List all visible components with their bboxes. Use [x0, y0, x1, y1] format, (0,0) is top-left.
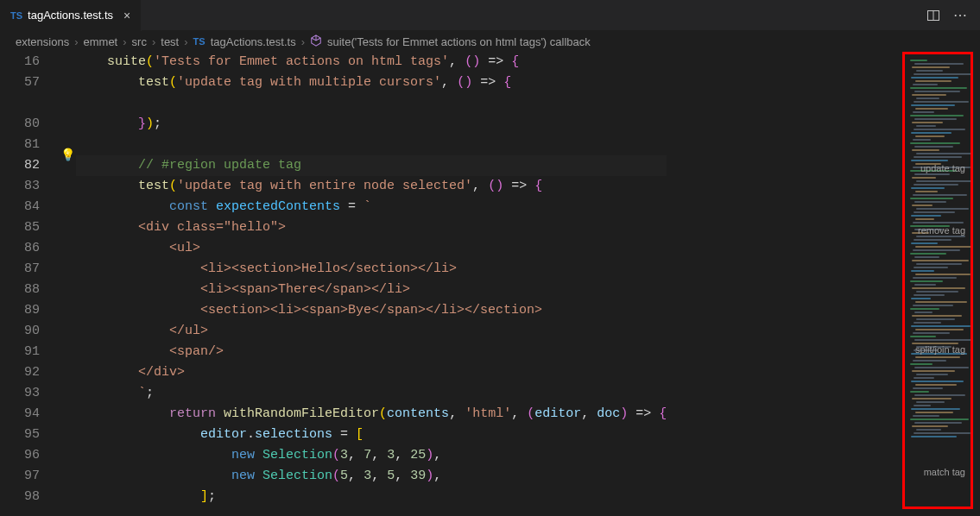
code-line[interactable]: new Selection(5, 3, 5, 39),	[76, 466, 667, 487]
breadcrumb-item[interactable]: test	[161, 35, 179, 48]
chevron-right-icon: ›	[123, 35, 126, 48]
line-number: 16	[0, 52, 40, 72]
code-line[interactable]: <li><span>There</span></li>	[76, 280, 667, 300]
minimap[interactable]: update tagremove tagsplit/join tagmatch …	[902, 52, 973, 509]
chevron-right-icon: ›	[74, 35, 78, 48]
breadcrumb-item[interactable]: src	[132, 35, 147, 48]
close-icon[interactable]: ×	[123, 9, 130, 22]
code-line[interactable]: return withRandomFileEditor(contents, 'h…	[76, 404, 667, 425]
typescript-icon: TS	[10, 10, 22, 21]
line-number-gutter: 1657808182838485868788899091929394959697…	[0, 52, 55, 507]
more-actions-icon[interactable]: ⋯	[954, 9, 968, 22]
split-editor-icon[interactable]	[926, 9, 940, 22]
line-number: 86	[0, 238, 40, 259]
code-line[interactable]: <li><section>Hello</section></li>	[76, 259, 667, 280]
symbol-icon	[310, 35, 322, 49]
breadcrumb-file[interactable]: tagActions.test.ts	[211, 35, 296, 48]
code-line[interactable]: test('update tag with entire node select…	[76, 176, 667, 197]
line-number: 84	[0, 197, 40, 217]
breadcrumb-symbol[interactable]: suite('Tests for Emmet actions on html t…	[327, 35, 591, 48]
line-number: 93	[0, 383, 40, 404]
line-number: 88	[0, 280, 40, 300]
line-number: 95	[0, 425, 40, 445]
code-line[interactable]	[76, 93, 667, 114]
typescript-icon: TS	[193, 36, 205, 47]
code-line[interactable]	[76, 135, 667, 155]
line-number: 83	[0, 176, 40, 197]
code-line[interactable]: new Selection(3, 7, 3, 25),	[76, 445, 667, 466]
code-line[interactable]: ];	[76, 487, 667, 507]
line-number: 94	[0, 404, 40, 425]
tab-title: tagActions.test.ts	[28, 9, 113, 22]
line-number: 89	[0, 300, 40, 321]
line-number: 97	[0, 466, 40, 487]
line-number: 57	[0, 72, 40, 93]
chevron-right-icon: ›	[184, 35, 187, 48]
line-number: 87	[0, 259, 40, 280]
breadcrumb-item[interactable]: emmet	[84, 35, 118, 48]
code-line[interactable]: <ul>	[76, 238, 667, 259]
code-line[interactable]: // #region update tag	[76, 155, 667, 176]
code-line[interactable]: const expectedContents = `	[76, 197, 667, 217]
code-line[interactable]: <section><li><span>Bye</span></li></sect…	[76, 300, 667, 321]
code-line[interactable]: `;	[76, 383, 667, 404]
minimap-region-label: match tag	[924, 467, 965, 477]
line-number: 98	[0, 487, 40, 507]
line-number: 85	[0, 217, 40, 238]
line-number: 96	[0, 445, 40, 466]
minimap-region-label: update tag	[920, 163, 965, 173]
chevron-right-icon: ›	[301, 35, 305, 48]
editor-tab[interactable]: TS tagActions.test.ts ×	[0, 0, 142, 31]
line-number	[0, 93, 40, 114]
code-line[interactable]: <span/>	[76, 342, 667, 362]
breadcrumb-item[interactable]: extensions	[16, 35, 69, 48]
line-number: 92	[0, 362, 40, 383]
line-number: 80	[0, 114, 40, 135]
minimap-region-label: remove tag	[918, 225, 965, 236]
code-line[interactable]: editor.selections = [	[76, 425, 667, 445]
tab-bar: TS tagActions.test.ts × ⋯	[0, 0, 980, 31]
code-line[interactable]: </ul>	[76, 321, 667, 342]
breadcrumb[interactable]: extensions › emmet › src › test › TS tag…	[0, 31, 980, 52]
code-line[interactable]: <div class="hello">	[76, 217, 667, 238]
code-content[interactable]: suite('Tests for Emmet actions on html t…	[55, 52, 667, 507]
code-line[interactable]: test('update tag with multiple cursors',…	[76, 72, 667, 93]
line-number: 81	[0, 135, 40, 155]
line-number: 91	[0, 342, 40, 362]
code-line[interactable]: suite('Tests for Emmet actions on html t…	[76, 52, 667, 72]
chevron-right-icon: ›	[152, 35, 155, 48]
minimap-region-label: split/join tag	[915, 344, 965, 355]
line-number: 82	[0, 155, 40, 176]
code-line[interactable]: </div>	[76, 362, 667, 383]
code-line[interactable]: });	[76, 114, 667, 135]
code-editor[interactable]: 💡 16578081828384858687888990919293949596…	[0, 52, 980, 507]
lightbulb-icon[interactable]: 💡	[60, 145, 75, 166]
line-number: 90	[0, 321, 40, 342]
